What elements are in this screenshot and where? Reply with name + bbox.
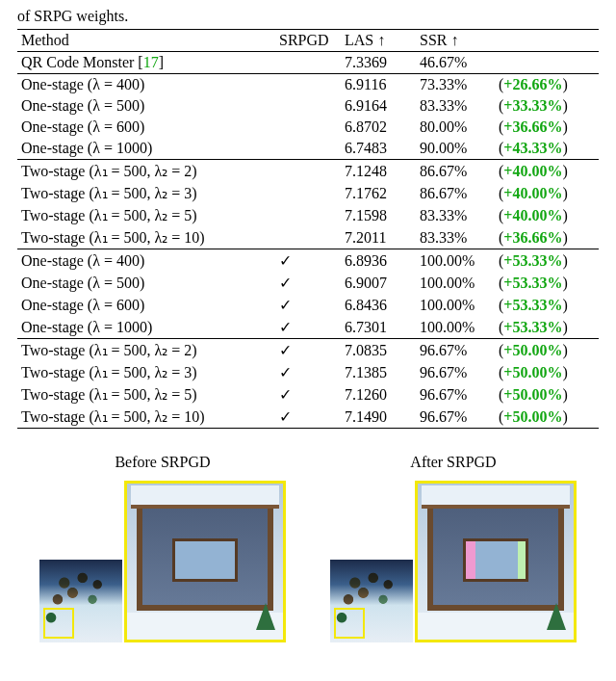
roi-box-icon	[43, 608, 74, 639]
check-icon: ✓	[279, 408, 292, 425]
cell-method: Two-stage (λ₁ = 500, λ₂ = 2)	[17, 339, 275, 362]
cell-method: One-stage (λ = 1000)	[17, 316, 275, 339]
cell-delta: (+50.00%)	[495, 383, 599, 406]
table-row: Two-stage (λ₁ = 500, λ₂ = 10)✓7.149096.6…	[17, 406, 599, 429]
cell-las: 7.3369	[341, 52, 416, 74]
figure-after: After SRPGD	[330, 454, 577, 642]
check-icon: ✓	[279, 297, 292, 313]
cell-srpgd: ✓	[275, 406, 341, 429]
cell-las: 6.9007	[341, 272, 416, 294]
cell-srpgd: ✓	[275, 339, 341, 362]
cell-delta: (+36.66%)	[495, 117, 599, 138]
cell-ssr: 86.67%	[416, 182, 495, 204]
table-row: One-stage (λ = 600)6.870280.00%(+36.66%)	[17, 117, 599, 138]
table-row: One-stage (λ = 400)✓6.8936100.00%(+53.33…	[17, 249, 599, 273]
cell-ssr: 83.33%	[416, 226, 495, 249]
table-row: Two-stage (λ₁ = 500, λ₂ = 2)7.124886.67%…	[17, 160, 599, 183]
cell-srpgd	[275, 160, 341, 183]
cell-method: Two-stage (λ₁ = 500, λ₂ = 2)	[17, 160, 275, 183]
cell-las: 7.1598	[341, 204, 416, 226]
table-row: One-stage (λ = 500)6.916483.33%(+33.33%)	[17, 95, 599, 117]
table-row: QR Code Monster [17]7.336946.67%	[17, 52, 599, 74]
cell-las: 6.8436	[341, 294, 416, 316]
table-row: One-stage (λ = 500)✓6.9007100.00%(+53.33…	[17, 272, 599, 294]
cell-srpgd	[275, 95, 341, 117]
cell-las: 7.1490	[341, 406, 416, 429]
cell-las: 7.1248	[341, 160, 416, 183]
hdr-srpgd: SRPGD	[275, 30, 341, 52]
cell-method: One-stage (λ = 1000)	[17, 138, 275, 160]
fragment-top-text: of SRPG weights.	[17, 8, 599, 25]
table-row: Two-stage (λ₁ = 500, λ₂ = 2)✓7.083596.67…	[17, 339, 599, 362]
check-icon: ✓	[279, 252, 292, 269]
cell-srpgd: ✓	[275, 383, 341, 406]
cell-ssr: 80.00%	[416, 117, 495, 138]
cell-ssr: 86.67%	[416, 160, 495, 183]
cell-delta: (+50.00%)	[495, 339, 599, 362]
cell-delta: (+53.33%)	[495, 249, 599, 273]
cell-method: Two-stage (λ₁ = 500, λ₂ = 3)	[17, 361, 275, 383]
table-row: One-stage (λ = 1000)6.748390.00%(+43.33%…	[17, 138, 599, 160]
cell-method: Two-stage (λ₁ = 500, λ₂ = 10)	[17, 226, 275, 249]
results-table: MethodSRPGDLAS ↑SSR ↑QR Code Monster [17…	[17, 29, 599, 429]
cell-ssr: 100.00%	[416, 272, 495, 294]
cell-ssr: 100.00%	[416, 249, 495, 273]
cell-las: 6.9164	[341, 95, 416, 117]
figure-after-zoom	[415, 481, 577, 642]
cell-delta: (+33.33%)	[495, 95, 599, 117]
cell-method: One-stage (λ = 500)	[17, 272, 275, 294]
cell-srpgd	[275, 138, 341, 160]
cell-srpgd	[275, 204, 341, 226]
cell-delta: (+40.00%)	[495, 160, 599, 183]
figure-after-thumb	[330, 560, 413, 642]
cell-method: One-stage (λ = 600)	[17, 294, 275, 316]
cell-srpgd: ✓	[275, 294, 341, 316]
table-row: One-stage (λ = 1000)✓6.7301100.00%(+53.3…	[17, 316, 599, 339]
check-icon: ✓	[279, 275, 292, 291]
cell-srpgd	[275, 74, 341, 96]
hdr-ssr: SSR ↑	[416, 30, 599, 52]
cell-srpgd	[275, 52, 341, 74]
table-row: One-stage (λ = 400)6.911673.33%(+26.66%)	[17, 74, 599, 96]
cell-method: One-stage (λ = 400)	[17, 74, 275, 96]
cell-ssr: 100.00%	[416, 294, 495, 316]
hdr-las: LAS ↑	[341, 30, 416, 52]
cell-delta: (+50.00%)	[495, 361, 599, 383]
cell-method: Two-stage (λ₁ = 500, λ₂ = 5)	[17, 204, 275, 226]
citation-link[interactable]: 17	[143, 54, 159, 70]
cell-srpgd: ✓	[275, 249, 341, 273]
cell-las: 6.7301	[341, 316, 416, 339]
figure-before: Before SRPGD	[39, 454, 286, 642]
cell-ssr: 96.67%	[416, 406, 495, 429]
cell-ssr: 83.33%	[416, 204, 495, 226]
cell-ssr: 46.67%	[416, 52, 495, 74]
figure-before-thumb	[39, 560, 122, 642]
cell-srpgd: ✓	[275, 361, 341, 383]
cell-srpgd: ✓	[275, 272, 341, 294]
cell-delta: (+40.00%)	[495, 204, 599, 226]
figure-row: Before SRPGD After SRPGD	[17, 454, 599, 642]
check-icon: ✓	[279, 319, 292, 335]
cell-method: QR Code Monster [17]	[17, 52, 275, 74]
cell-method: One-stage (λ = 400)	[17, 249, 275, 273]
cell-delta: (+36.66%)	[495, 226, 599, 249]
cell-las: 6.8702	[341, 117, 416, 138]
cell-ssr: 96.67%	[416, 383, 495, 406]
cell-method: Two-stage (λ₁ = 500, λ₂ = 10)	[17, 406, 275, 429]
cell-las: 7.1260	[341, 383, 416, 406]
cell-ssr: 96.67%	[416, 361, 495, 383]
cell-method: One-stage (λ = 500)	[17, 95, 275, 117]
table-row: Two-stage (λ₁ = 500, λ₂ = 5)7.159883.33%…	[17, 204, 599, 226]
table-row: One-stage (λ = 600)✓6.8436100.00%(+53.33…	[17, 294, 599, 316]
roi-box-icon	[334, 608, 365, 639]
cell-method: One-stage (λ = 600)	[17, 117, 275, 138]
cell-delta: (+26.66%)	[495, 74, 599, 96]
cell-method: Two-stage (λ₁ = 500, λ₂ = 3)	[17, 182, 275, 204]
cell-las: 6.7483	[341, 138, 416, 160]
cell-las: 7.1762	[341, 182, 416, 204]
cell-ssr: 90.00%	[416, 138, 495, 160]
check-icon: ✓	[279, 364, 292, 380]
figure-before-caption: Before SRPGD	[115, 454, 210, 471]
cell-srpgd: ✓	[275, 316, 341, 339]
cell-delta: (+53.33%)	[495, 272, 599, 294]
